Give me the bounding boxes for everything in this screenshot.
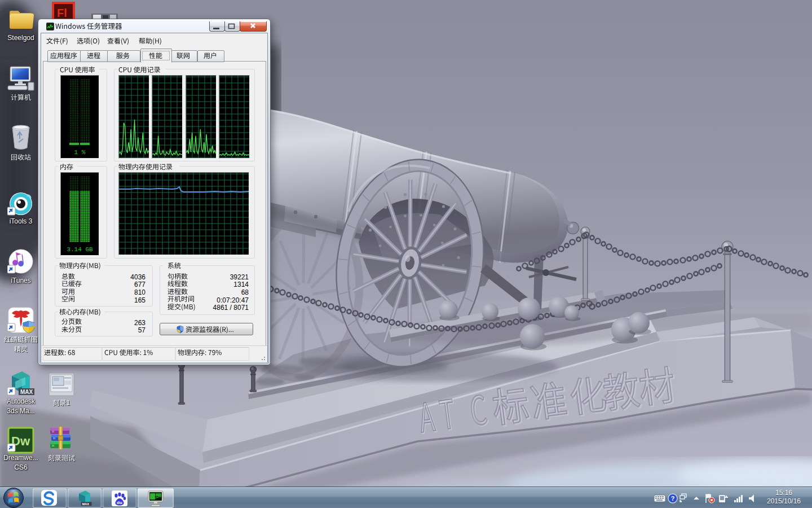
svg-text:MAX: MAX: [82, 502, 90, 506]
svg-text:3.14 GB: 3.14 GB: [67, 246, 93, 253]
svg-text:du: du: [117, 500, 122, 505]
svg-text:1 %: 1 %: [74, 149, 86, 156]
svg-text:Fl: Fl: [57, 7, 67, 19]
svg-text:?: ?: [671, 495, 675, 502]
svg-text:MAX: MAX: [20, 389, 33, 395]
